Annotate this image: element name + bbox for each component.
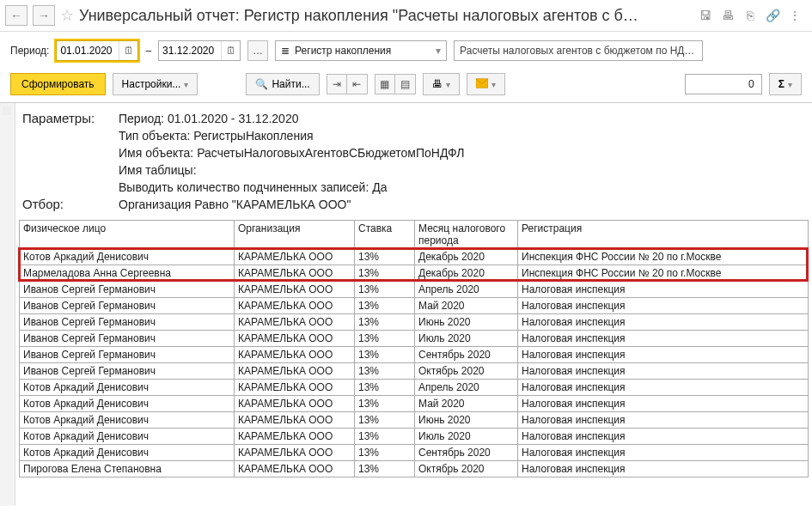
- table-row[interactable]: Котов Аркадий ДенисовичКАРАМЕЛЬКА ООО13%…: [20, 412, 809, 429]
- table-cell: Котов Аркадий Денисович: [20, 445, 235, 461]
- col-org[interactable]: Организация: [235, 221, 355, 249]
- export-icon[interactable]: ⎘: [742, 7, 759, 24]
- table-cell: Налоговая инспекция: [518, 396, 809, 412]
- table-cell: Котов Аркадий Денисович: [20, 249, 235, 265]
- table-row[interactable]: Иванов Сергей ГермановичКАРАМЕЛЬКА ООО13…: [20, 298, 809, 314]
- search-icon: 🔍: [255, 78, 268, 90]
- params-heading: Параметры:: [22, 110, 108, 127]
- table-cell: 13%: [355, 314, 415, 331]
- nav-back-button[interactable]: ←: [5, 5, 27, 26]
- table-cell: 13%: [355, 249, 415, 265]
- chevron-down-icon: ▾: [184, 80, 188, 89]
- table-cell: Налоговая инспекция: [518, 347, 809, 363]
- period-label: Период:: [10, 45, 49, 57]
- table-cell: Апрель 2020: [415, 282, 518, 298]
- table-cell: Иванов Сергей Германович: [20, 282, 235, 298]
- nav-forward-button[interactable]: →: [33, 5, 55, 26]
- table-row[interactable]: Иванов Сергей ГермановичКАРАМЕЛЬКА ООО13…: [20, 331, 809, 347]
- table-cell: 13%: [355, 331, 415, 347]
- table-cell: Котов Аркадий Денисович: [20, 396, 235, 412]
- table-cell: Мармеладова Анна Сергеевна: [20, 265, 235, 282]
- register-type-select[interactable]: ≣ Регистр накопления ▾: [275, 40, 447, 61]
- table-row[interactable]: Котов Аркадий ДенисовичКАРАМЕЛЬКА ООО13%…: [20, 396, 809, 412]
- table-row[interactable]: Иванов Сергей ГермановичКАРАМЕЛЬКА ООО13…: [20, 282, 809, 298]
- printer-icon: 🖶: [432, 78, 443, 90]
- table-cell: 13%: [355, 347, 415, 363]
- table-cell: 13%: [355, 363, 415, 380]
- table-cell: КАРАМЕЛЬКА ООО: [235, 445, 355, 461]
- find-button-label: Найти...: [272, 78, 309, 90]
- table-row[interactable]: Котов Аркадий ДенисовичКАРАМЕЛЬКА ООО13%…: [20, 380, 809, 396]
- period-separator: –: [145, 45, 151, 57]
- table-cell: Налоговая инспекция: [518, 412, 809, 429]
- envelope-icon: [476, 78, 488, 91]
- table-cell: 13%: [355, 445, 415, 461]
- form-report-button[interactable]: Сформировать: [10, 73, 106, 95]
- table-cell: КАРАМЕЛЬКА ООО: [235, 347, 355, 363]
- table-cell: Налоговая инспекция: [518, 363, 809, 380]
- date-to-input[interactable]: 🗓: [158, 40, 241, 61]
- more-icon[interactable]: ⋮: [786, 7, 803, 24]
- table-row[interactable]: Котов Аркадий ДенисовичКАРАМЕЛЬКА ООО13%…: [20, 249, 809, 265]
- table-row[interactable]: Иванов Сергей ГермановичКАРАМЕЛЬКА ООО13…: [20, 314, 809, 331]
- calendar-icon[interactable]: 🗓: [119, 41, 137, 60]
- params-obj-type: Тип объекта: РегистрыНакопления: [119, 127, 314, 144]
- table-cell: Иванов Сергей Германович: [20, 363, 235, 380]
- table-cell: Декабрь 2020: [415, 249, 518, 265]
- table-cell: КАРАМЕЛЬКА ООО: [235, 331, 355, 347]
- find-button[interactable]: 🔍 Найти...: [246, 73, 319, 95]
- table-cell: Декабрь 2020: [415, 265, 518, 282]
- print-button[interactable]: 🖶 ▾: [423, 73, 460, 95]
- date-from-input[interactable]: 🗓: [56, 40, 138, 61]
- table-cell: КАРАМЕЛЬКА ООО: [235, 249, 355, 265]
- link-icon[interactable]: 🔗: [764, 7, 781, 24]
- period-picker-button[interactable]: …: [247, 40, 268, 61]
- table-cell: 13%: [355, 298, 415, 314]
- table-row[interactable]: Мармеладова Анна СергеевнаКАРАМЕЛЬКА ООО…: [20, 265, 809, 282]
- outline-expand-button[interactable]: ⇤: [347, 74, 368, 94]
- expand-all-button[interactable]: ▦: [375, 74, 395, 94]
- outline-gutter[interactable]: [0, 103, 15, 506]
- col-reg[interactable]: Регистрация: [518, 221, 809, 249]
- table-cell: 13%: [355, 412, 415, 429]
- send-button[interactable]: ▾: [467, 73, 505, 95]
- chevron-down-icon: ▾: [436, 45, 441, 57]
- table-cell: Инспекция ФНС России № 20 по г.Москве: [518, 265, 809, 282]
- table-cell: КАРАМЕЛЬКА ООО: [235, 265, 355, 282]
- register-object-select[interactable]: Расчеты налоговых агентов с бюджетом по …: [454, 40, 703, 61]
- settings-button-label: Настройки...: [122, 78, 181, 90]
- table-cell: КАРАМЕЛЬКА ООО: [235, 380, 355, 396]
- table-cell: КАРАМЕЛЬКА ООО: [235, 461, 355, 477]
- table-row[interactable]: Котов Аркадий ДенисовичКАРАМЕЛЬКА ООО13%…: [20, 445, 809, 461]
- table-row[interactable]: Котов Аркадий ДенисовичКАРАМЕЛЬКА ООО13%…: [20, 429, 809, 445]
- table-cell: КАРАМЕЛЬКА ООО: [235, 412, 355, 429]
- outline-collapse-button[interactable]: ⇥: [327, 74, 347, 94]
- print-icon[interactable]: 🖶: [719, 7, 736, 24]
- col-month[interactable]: Месяц налогового периода: [415, 221, 518, 249]
- save-icon[interactable]: 🖫: [697, 7, 714, 24]
- table-cell: Котов Аркадий Денисович: [20, 380, 235, 396]
- table-cell: КАРАМЕЛЬКА ООО: [235, 396, 355, 412]
- date-to-field[interactable]: [159, 41, 221, 60]
- sum-value-field[interactable]: 0: [685, 74, 762, 94]
- table-cell: Иванов Сергей Германович: [20, 347, 235, 363]
- table-header-row: Физическое лицо Организация Ставка Месяц…: [20, 221, 809, 249]
- calendar-icon[interactable]: 🗓: [221, 41, 240, 60]
- collapse-all-button[interactable]: ▤: [395, 74, 416, 94]
- table-row[interactable]: Иванов Сергей ГермановичКАРАМЕЛЬКА ООО13…: [20, 363, 809, 380]
- col-person[interactable]: Физическое лицо: [20, 221, 235, 249]
- table-cell: Октябрь 2020: [415, 363, 518, 380]
- table-cell: Инспекция ФНС России № 20 по г.Москве: [518, 249, 809, 265]
- col-rate[interactable]: Ставка: [355, 221, 415, 249]
- table-row[interactable]: Иванов Сергей ГермановичКАРАМЕЛЬКА ООО13…: [20, 347, 809, 363]
- table-row[interactable]: Пирогова Елена СтепановнаКАРАМЕЛЬКА ООО1…: [20, 461, 809, 477]
- table-cell: Сентябрь 2020: [415, 445, 518, 461]
- favorite-star-icon[interactable]: ☆: [60, 6, 74, 25]
- table-cell: 13%: [355, 282, 415, 298]
- date-from-field[interactable]: [57, 41, 119, 60]
- sum-button[interactable]: Σ ▾: [769, 73, 802, 95]
- table-cell: КАРАМЕЛЬКА ООО: [235, 429, 355, 445]
- report-table: Физическое лицо Организация Ставка Месяц…: [19, 220, 809, 477]
- settings-button[interactable]: Настройки... ▾: [113, 73, 198, 95]
- list-icon: ≣: [281, 45, 290, 57]
